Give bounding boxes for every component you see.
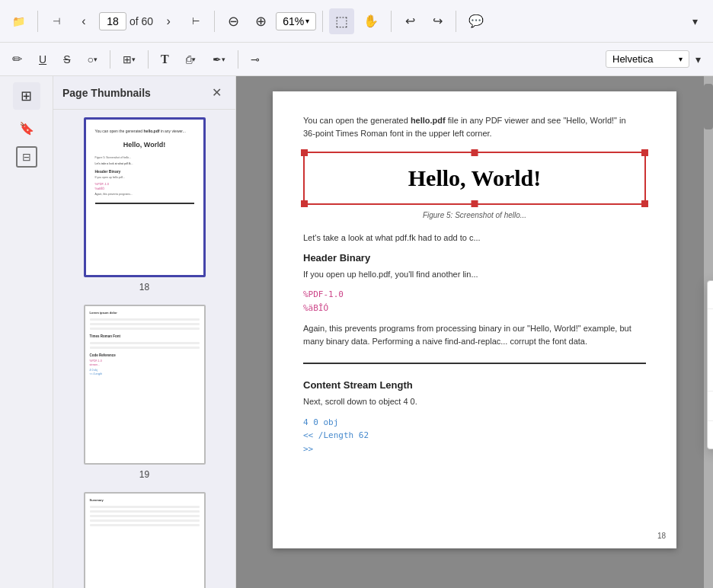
thumbnail-page-20-box[interactable]: Summary [84,492,206,588]
redo-button[interactable]: ↪ [425,9,449,33]
shape-tool-button[interactable]: ○ ▾ [81,50,103,69]
zoom-out-button[interactable]: ⊖ [221,8,245,34]
pdf-divider [303,363,646,364]
hello-world-text: Hello, World! [408,165,541,191]
thumbnails-close-button[interactable]: ✕ [207,84,226,101]
corner-bl-dot [301,200,308,207]
sep4 [391,11,392,32]
ctx-divider-2 [708,391,713,391]
pdf-content-stream-heading: Content Stream Length [303,379,646,391]
next-page-button[interactable]: › [156,10,181,33]
open-file-button[interactable]: 📁 [6,11,31,32]
context-menu: 🔒 Lock Annotation ✂ Cut ⧉ Copy ⬜ Paste 🗑… [707,280,713,449]
thumbnails-title: Page Thumbnails [62,87,151,99]
text-tool-button[interactable]: T [155,49,175,70]
pdf-code-blue-line-3: >> [303,443,646,456]
thumbnail-sidebar-btn[interactable]: ⊞ [13,82,40,110]
draw-tool-button[interactable]: ✒ ▾ [206,50,232,69]
thumbnail-page-18-box[interactable]: You can open the generated hello.pdf in … [84,117,206,277]
sep1 [37,11,38,32]
context-menu-lock[interactable]: 🔒 Lock Annotation [708,281,713,307]
context-menu-cut[interactable]: ✂ Cut [708,311,713,337]
pdf-content-area[interactable]: You can open the generated hello.pdf fil… [236,76,713,588]
corner-br-dot [641,200,648,207]
font-dropdown[interactable]: Helvetica ▾ [606,50,689,68]
prev-page-button[interactable]: ‹ [72,10,96,33]
hello-world-annotation-box[interactable]: Hello, World! [303,152,646,205]
cursor-tool-button[interactable]: ⬚ [329,8,354,34]
pdf-code-block-1: %PDF-1.0 %äBÎÓ [303,288,646,315]
sep-t3 [238,50,238,69]
sidebar: ⊞ 🔖 ⊟ [0,76,53,588]
pdf-code-block-2: 4 0 obj << /Length 62 >> [303,416,646,456]
zoom-selector[interactable]: 61% ▾ [276,12,316,30]
thumbnail-page-19-label: 19 [139,469,149,480]
underline-tool-button[interactable]: U [33,50,53,69]
pdf-code-line-1: %PDF-1.0 [303,288,646,302]
layers-sidebar-btn[interactable]: ⊟ [16,146,37,168]
context-menu-comment[interactable]: 💬 Comment [708,423,713,449]
main-area: ⊞ 🔖 ⊟ Page Thumbnails ✕ You can open the… [0,76,713,588]
hand-tool-button[interactable]: ✋ [357,9,385,33]
sep2 [214,11,215,32]
context-menu-paste: ⬜ Paste [708,363,713,389]
thumbnail-page-18-label: 18 [139,282,149,292]
font-name-label: Helvetica [612,53,653,65]
pdf-code-line-2: %äBÎÓ [303,302,646,315]
strikethrough-tool-button[interactable]: S [57,50,76,69]
total-pages-label: of 60 [129,15,153,27]
current-page-input[interactable] [99,12,126,30]
sep-t1 [110,50,110,69]
thumbnail-page-19-box[interactable]: Lorem ipsum dolor Times Roman Font Code … [84,305,206,465]
thumb-19-content: Lorem ipsum dolor Times Roman Font Code … [85,306,204,382]
font-more-button[interactable]: ▾ [689,50,707,69]
thumbnail-page-19: Lorem ipsum dolor Times Roman Font Code … [62,305,226,480]
pdf-again-text: Again, this prevents programs from proce… [303,322,646,347]
zoom-arrow-icon: ▾ [305,17,309,25]
toolbar-top: 📁 ⊣ ‹ of 60 › ⊢ ⊖ ⊕ 61% ▾ ⬚ ✋ ↩ ↪ 💬 ▾ [0,0,713,43]
pen-tool-button[interactable]: ✏ [6,48,28,70]
corner-bm-dot [472,200,478,207]
toolbar-second: ✏ U S ○ ▾ ⊞ ▾ T ⎙ ▾ ✒ ▾ ⊸ Helvetica ▾ ▾ [0,43,713,76]
pdf-next-scroll-text: Next, scroll down to object 4 0. [303,395,646,408]
scrollbar-thumb[interactable] [704,84,713,129]
pdf-caption: Figure 5: Screenshot of hello... [303,211,646,219]
comment-panel-button[interactable]: 💬 [462,9,490,33]
image-tool-button[interactable]: ⊞ ▾ [117,50,142,69]
page-navigation: ⊣ ‹ of 60 › ⊢ [44,10,208,33]
corner-tm-dot [472,149,478,156]
context-menu-copy[interactable]: ⧉ Copy [708,337,713,363]
thumb-18-content: You can open the generated hello.pdf in … [86,120,203,227]
context-menu-delete[interactable]: 🗑 Delete [708,393,713,419]
sep5 [456,11,456,32]
pdf-code-blue-line-2: << /Length 62 [303,429,646,443]
thumbnails-panel: Page Thumbnails ✕ You can open the gener… [53,76,236,588]
font-selector-area: Helvetica ▾ ▾ [606,50,707,69]
corner-tl-dot [301,149,308,156]
thumbnail-page-20: Summary [62,492,226,588]
pdf-header-binary-text: If you open up hello.pdf, you'll find an… [303,268,646,281]
sep3 [322,11,323,32]
thumb-20-content: Summary [85,494,204,534]
zoom-value: 61% [283,15,304,27]
bookmark-sidebar-btn[interactable]: 🔖 [13,114,40,142]
undo-button[interactable]: ↩ [398,9,422,33]
more-tools-button[interactable]: ▾ [683,11,707,32]
font-chevron-icon: ▾ [679,55,683,63]
last-page-button[interactable]: ⊢ [184,11,208,31]
corner-tr-dot [641,149,648,156]
toolbar-right: ▾ [683,11,707,32]
thumbnails-list: You can open the generated hello.pdf in … [53,110,235,588]
page-number-badge: 18 [654,531,669,541]
pdf-code-blue-line-1: 4 0 obj [303,416,646,430]
zoom-in-button[interactable]: ⊕ [248,8,273,34]
stamp-tool-button[interactable]: ⎙ ▾ [180,50,202,69]
sep-t2 [148,50,149,69]
measure-tool-button[interactable]: ⊸ [245,50,266,69]
ctx-divider-3 [708,420,713,421]
pdf-intro-text: You can open the generated hello.pdf fil… [303,114,646,139]
pdf-header-binary-heading: Header Binary [303,252,646,264]
pdf-lets-look-text: Let's take a look at what pdf.fk had to … [303,232,646,244]
ctx-divider-1 [708,308,713,309]
first-page-button[interactable]: ⊣ [44,11,69,31]
